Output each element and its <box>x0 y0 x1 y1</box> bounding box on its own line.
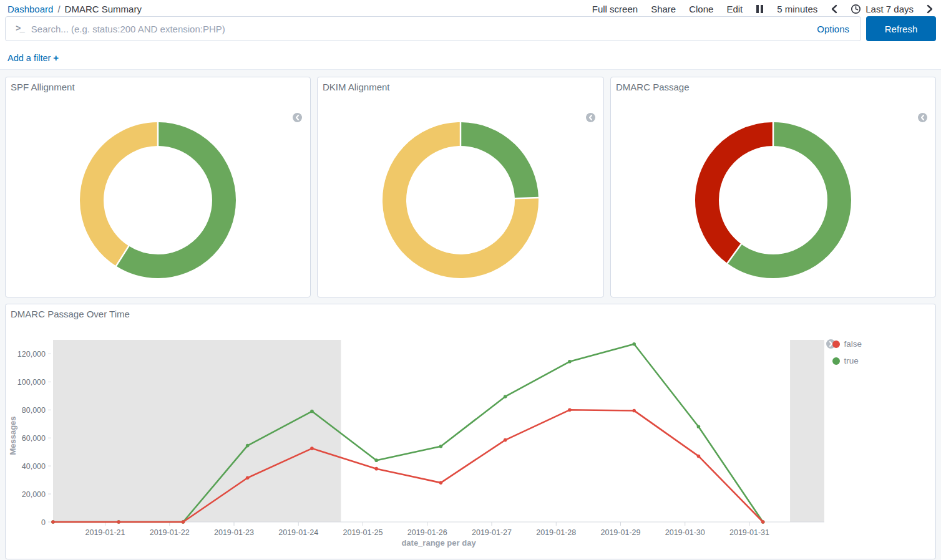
add-filter-label: Add a filter <box>7 53 51 63</box>
data-point-false[interactable] <box>632 409 636 413</box>
chevron-left-icon <box>920 115 925 120</box>
panel-spf-alignment: SPF Allignment <box>5 77 311 297</box>
time-range-label: Last 7 days <box>865 4 914 14</box>
data-point-true[interactable] <box>697 425 701 428</box>
chevron-left-icon <box>831 4 837 14</box>
search-box: >_ Options <box>5 16 861 41</box>
y-axis-tick-label: 100,000 <box>17 378 46 387</box>
clock-icon <box>851 4 861 14</box>
x-axis-title: date_range per day <box>53 538 824 548</box>
filter-bar: Add a filter + <box>0 47 941 70</box>
data-point-true[interactable] <box>246 444 250 448</box>
legend-toggle-button[interactable] <box>293 113 302 122</box>
legend-item-true[interactable]: true <box>832 356 862 365</box>
data-point-true[interactable] <box>568 360 572 364</box>
x-axis-tick-label: 2019-01-31 <box>729 528 769 537</box>
search-input[interactable] <box>31 24 809 34</box>
x-axis-tick-label: 2019-01-27 <box>472 528 512 537</box>
data-point-true[interactable] <box>374 458 378 462</box>
legend-label: false <box>844 339 862 349</box>
data-point-false[interactable] <box>182 520 185 524</box>
data-point-false[interactable] <box>697 455 701 458</box>
refresh-interval-button[interactable]: 5 minutes <box>777 4 817 14</box>
panel-title: DMARC Passage <box>611 77 935 92</box>
edit-button[interactable]: Edit <box>726 4 743 14</box>
data-point-false[interactable] <box>51 520 55 524</box>
y-axis-tick-label: 20,000 <box>22 490 46 499</box>
x-axis-tick-label: 2019-01-23 <box>214 528 254 537</box>
data-point-false[interactable] <box>504 438 507 442</box>
spf-alignment-donut-chart[interactable] <box>77 119 239 281</box>
data-point-false[interactable] <box>568 408 572 412</box>
search-row: >_ Options Refresh <box>5 16 936 41</box>
y-axis-tick-label: 60,000 <box>22 434 46 443</box>
y-axis-title: Messages <box>8 402 17 470</box>
x-axis-tick-label: 2019-01-22 <box>150 528 190 537</box>
data-point-false[interactable] <box>374 467 378 471</box>
breadcrumb: Dashboard / DMARC Summary <box>7 4 142 14</box>
x-axis-tick-label: 2019-01-26 <box>407 528 447 537</box>
full-screen-button[interactable]: Full screen <box>592 4 638 14</box>
data-point-false[interactable] <box>310 447 314 450</box>
share-button[interactable]: Share <box>651 4 676 14</box>
panel-title: DKIM Alignment <box>318 77 603 92</box>
pause-icon <box>756 4 764 14</box>
x-axis-tick-label: 2019-01-25 <box>343 528 383 537</box>
legend-toggle-button[interactable] <box>918 113 927 122</box>
panel-dmarc-passage-over-time: DMARC Passage Over Time 2019-01-212019-0… <box>5 304 936 559</box>
data-point-false[interactable] <box>117 520 120 524</box>
x-axis-tick-label: 2019-01-24 <box>278 528 318 537</box>
x-axis-tick-label: 2019-01-21 <box>85 528 125 537</box>
breadcrumb-dashboard-link[interactable]: Dashboard <box>7 4 53 14</box>
data-point-true[interactable] <box>310 410 314 413</box>
x-axis-tick-label: 2019-01-28 <box>536 528 576 537</box>
y-axis-tick-label: 0 <box>41 518 46 527</box>
chevron-left-icon <box>295 115 300 120</box>
legend-item-false[interactable]: false <box>832 339 862 349</box>
y-axis-tick-label: 40,000 <box>22 462 46 471</box>
panel-dmarc-passage: DMARC Passage <box>610 77 936 297</box>
y-axis-tick-label: 120,000 <box>17 350 46 359</box>
dkim-alignment-donut-chart[interactable] <box>379 119 542 281</box>
x-axis-tick-label: 2019-01-30 <box>665 528 705 537</box>
endzone-shaded-region <box>53 340 341 522</box>
chevron-right-icon <box>927 4 934 14</box>
top-bar: Dashboard / DMARC Summary Full screen Sh… <box>0 0 941 16</box>
endzone-shaded-region <box>790 340 824 522</box>
line-chart-plot[interactable]: 2019-01-212019-01-222019-01-232019-01-24… <box>6 304 935 554</box>
y-axis-tick-label: 80,000 <box>22 406 46 415</box>
legend-label: true <box>844 356 858 365</box>
options-link[interactable]: Options <box>817 24 851 34</box>
data-point-true[interactable] <box>439 445 443 448</box>
query-prompt-icon: >_ <box>16 24 24 34</box>
clone-button[interactable]: Clone <box>689 4 713 14</box>
time-forward-button[interactable] <box>927 4 934 14</box>
slice-separator <box>514 198 539 198</box>
data-point-true[interactable] <box>632 342 636 346</box>
plus-icon: + <box>53 52 59 63</box>
line-chart: 2019-01-212019-01-222019-01-232019-01-24… <box>6 304 935 556</box>
refresh-button[interactable]: Refresh <box>866 16 936 41</box>
time-range-picker[interactable]: Last 7 days <box>851 4 914 14</box>
data-point-false[interactable] <box>439 481 443 485</box>
time-back-button[interactable] <box>831 4 837 14</box>
chevron-left-icon <box>588 115 593 120</box>
x-axis-tick-label: 2019-01-29 <box>601 528 641 537</box>
chart-legend: false true <box>832 339 862 373</box>
legend-dot-true <box>832 357 840 365</box>
pause-autorefresh-button[interactable] <box>756 4 764 14</box>
add-filter-link[interactable]: Add a filter + <box>7 53 59 63</box>
panel-title: SPF Allignment <box>6 77 310 92</box>
panel-dkim-alignment: DKIM Alignment <box>317 77 604 297</box>
legend-toggle-button[interactable] <box>586 113 595 122</box>
data-point-false[interactable] <box>761 520 765 524</box>
breadcrumb-separator: / <box>57 4 60 14</box>
page-title: DMARC Summary <box>65 4 142 14</box>
dmarc-dashboard-page: Dashboard / DMARC Summary Full screen Sh… <box>0 0 941 560</box>
top-nav-menu: Full screen Share Clone Edit 5 minutes L… <box>592 4 934 14</box>
dmarc-passage-donut-chart[interactable] <box>692 119 854 281</box>
data-point-true[interactable] <box>504 395 507 398</box>
data-point-false[interactable] <box>246 476 250 480</box>
legend-dot-false <box>832 340 840 348</box>
dashboard-grid: SPF Allignment DKIM Alignment DMARC Pass… <box>0 70 941 560</box>
